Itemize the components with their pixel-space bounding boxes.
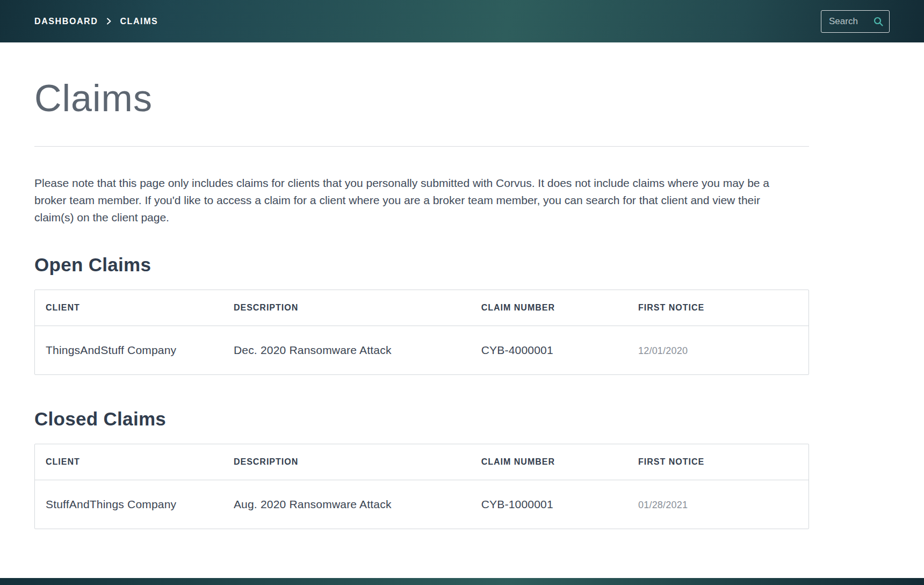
cell-first-notice: 12/01/2020 (627, 326, 808, 374)
cell-client: StuffAndThings Company (35, 480, 223, 529)
closed-claims-heading: Closed Claims (34, 408, 809, 430)
title-divider (34, 146, 809, 147)
top-navigation-bar: DASHBOARD CLAIMS (0, 0, 924, 42)
open-claims-section: Open Claims CLIENT DESCRIPTION CLAIM NUM… (34, 254, 809, 375)
page-title: Claims (34, 78, 809, 119)
table-header-row: CLIENT DESCRIPTION CLAIM NUMBER FIRST NO… (35, 444, 808, 480)
column-header-client: CLIENT (35, 444, 223, 480)
cell-description: Aug. 2020 Ransomware Attack (223, 480, 471, 529)
open-claims-heading: Open Claims (34, 254, 809, 276)
cell-description: Dec. 2020 Ransomware Attack (223, 326, 471, 374)
column-header-claim-number: CLAIM NUMBER (471, 290, 627, 326)
search-icon[interactable] (873, 16, 884, 27)
open-claims-table: CLIENT DESCRIPTION CLAIM NUMBER FIRST NO… (34, 290, 809, 375)
column-header-claim-number: CLAIM NUMBER (471, 444, 627, 480)
column-header-description: DESCRIPTION (223, 290, 471, 326)
closed-claims-section: Closed Claims CLIENT DESCRIPTION CLAIM N… (34, 408, 809, 529)
table-header-row: CLIENT DESCRIPTION CLAIM NUMBER FIRST NO… (35, 290, 808, 326)
breadcrumb: DASHBOARD CLAIMS (34, 17, 158, 26)
cell-first-notice: 01/28/2021 (627, 480, 808, 529)
main-content: Claims Please note that this page only i… (0, 42, 924, 578)
cell-claim-number: CYB-4000001 (471, 326, 627, 374)
chevron-right-icon (105, 18, 112, 25)
search-box[interactable] (821, 10, 890, 33)
closed-claims-table: CLIENT DESCRIPTION CLAIM NUMBER FIRST NO… (34, 444, 809, 529)
table-row[interactable]: StuffAndThings Company Aug. 2020 Ransomw… (35, 480, 808, 529)
breadcrumb-claims-current: CLAIMS (120, 17, 158, 26)
column-header-description: DESCRIPTION (223, 444, 471, 480)
column-header-first-notice: FIRST NOTICE (627, 290, 808, 326)
cell-client: ThingsAndStuff Company (35, 326, 223, 374)
column-header-client: CLIENT (35, 290, 223, 326)
footer-bar (0, 578, 924, 585)
column-header-first-notice: FIRST NOTICE (627, 444, 808, 480)
search-input[interactable] (828, 16, 870, 27)
table-row[interactable]: ThingsAndStuff Company Dec. 2020 Ransomw… (35, 326, 808, 374)
claims-scope-notice: Please note that this page only includes… (34, 175, 792, 226)
cell-claim-number: CYB-1000001 (471, 480, 627, 529)
breadcrumb-dashboard-link[interactable]: DASHBOARD (34, 17, 98, 26)
